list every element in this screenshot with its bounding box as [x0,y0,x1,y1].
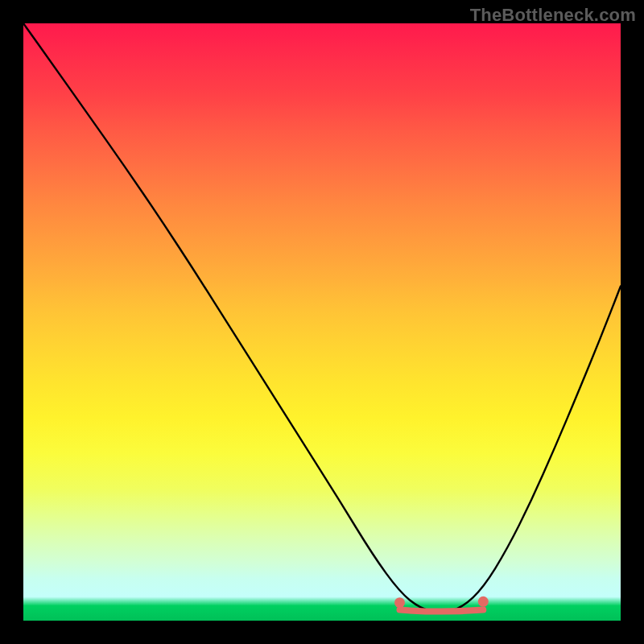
curve-path [23,23,621,612]
bottleneck-curve [23,23,621,621]
marker-left [394,597,405,608]
marker-right [478,597,489,607]
watermark-text: TheBottleneck.com [470,5,636,26]
chart-plot-area [23,23,621,621]
flat-segment [400,610,484,612]
chart-frame: TheBottleneck.com [0,0,644,644]
